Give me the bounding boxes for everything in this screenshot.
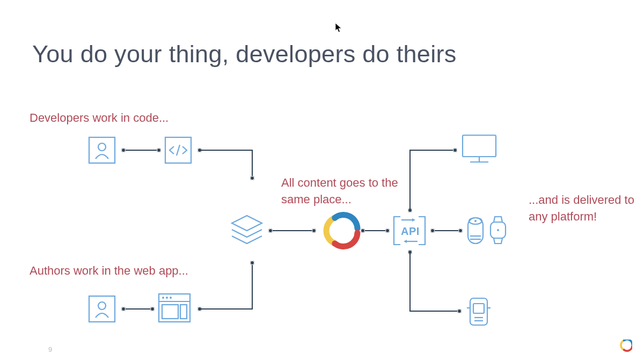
api-icon: API [394,217,425,245]
authors-label: Authors work in the web app... [30,263,188,279]
svg-point-8 [162,297,164,299]
svg-rect-21 [468,218,483,244]
svg-point-71 [408,250,412,254]
svg-point-63 [430,229,435,233]
slide-title: You do your thing, developers do theirs [32,40,457,68]
svg-point-49 [198,307,202,311]
svg-point-69 [453,148,457,152]
svg-marker-15 [412,218,415,222]
svg-rect-0 [89,137,115,163]
svg-point-65 [458,229,463,233]
svg-rect-12 [180,305,187,319]
svg-point-13 [332,215,338,221]
svg-point-68 [408,209,412,212]
svg-point-51 [251,261,254,265]
svg-line-3 [177,145,180,156]
contentful-logo-small [619,340,632,352]
svg-point-41 [250,176,254,180]
svg-rect-2 [165,137,191,163]
svg-point-47 [151,307,155,311]
svg-point-46 [150,307,155,311]
svg-point-44 [121,307,126,311]
svg-text:API: API [401,225,420,237]
svg-point-50 [250,261,254,265]
svg-rect-26 [491,222,506,238]
svg-point-60 [385,229,390,233]
svg-point-76 [623,349,625,351]
code-icon [165,137,191,163]
svg-point-35 [121,148,126,152]
svg-point-27 [497,229,499,231]
smart-speaker-icon [468,218,483,244]
svg-point-53 [268,229,273,233]
svg-point-39 [197,148,202,152]
contentful-logo [326,215,357,246]
mobile-device-icon [467,298,491,325]
desktop-icon [463,135,496,162]
developers-label: Developers work in code... [30,110,169,127]
svg-rect-28 [470,298,487,325]
svg-point-55 [312,229,316,233]
webapp-icon [159,294,190,322]
svg-point-48 [197,307,202,311]
svg-point-54 [269,229,273,233]
svg-marker-16 [404,240,407,243]
mouse-cursor-icon [335,23,342,33]
svg-point-64 [431,229,435,233]
svg-point-67 [408,208,412,212]
svg-point-22 [469,218,482,224]
svg-rect-11 [162,305,178,319]
svg-point-42 [251,176,254,180]
svg-point-38 [157,149,161,152]
svg-rect-29 [473,304,484,313]
svg-point-72 [408,251,412,254]
svg-point-73 [457,309,462,313]
person-icon [89,296,115,322]
svg-point-40 [198,149,202,152]
svg-point-74 [458,310,462,313]
layers-icon [232,216,262,244]
svg-point-5 [98,302,106,310]
svg-rect-18 [463,135,496,157]
svg-point-14 [332,241,338,247]
right-label: ...and is delivered to any platform! [529,192,636,225]
svg-point-37 [157,148,161,152]
svg-point-1 [98,143,106,151]
svg-point-59 [361,229,365,233]
person-icon [89,137,115,163]
svg-rect-6 [159,294,190,322]
svg-point-23 [474,220,477,222]
svg-point-36 [122,149,126,152]
watch-icon [491,217,506,244]
svg-point-10 [170,297,172,299]
svg-point-9 [166,297,168,299]
svg-point-58 [361,229,365,233]
svg-point-56 [312,229,316,233]
svg-point-61 [386,229,390,233]
svg-point-45 [122,307,126,311]
svg-point-66 [459,229,463,233]
center-label: All content goes to the same place... [281,175,399,208]
page-number: 9 [48,345,52,353]
svg-rect-4 [89,296,115,322]
svg-point-70 [453,149,457,152]
